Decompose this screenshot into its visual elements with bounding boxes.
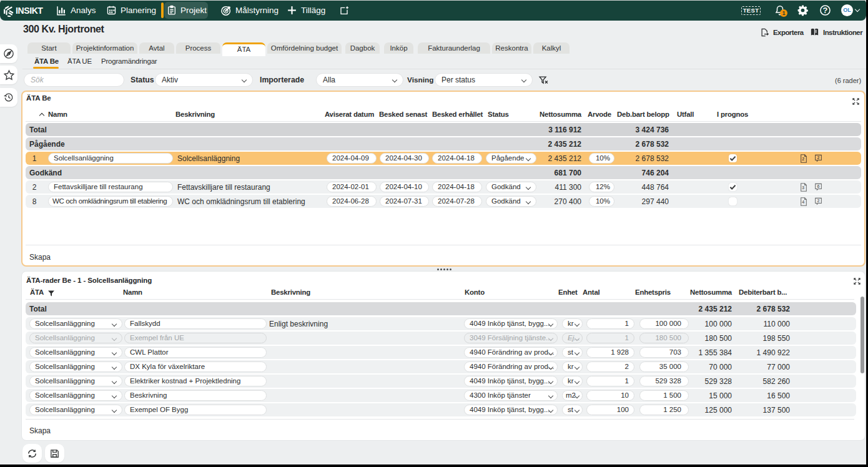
svg-text:2: 2 <box>817 155 820 160</box>
svg-text:3: 3 <box>802 185 804 190</box>
svg-text:2: 2 <box>802 157 804 161</box>
svg-text:4: 4 <box>802 200 804 204</box>
svg-text:6: 6 <box>817 184 820 189</box>
svg-text:2: 2 <box>817 199 820 203</box>
